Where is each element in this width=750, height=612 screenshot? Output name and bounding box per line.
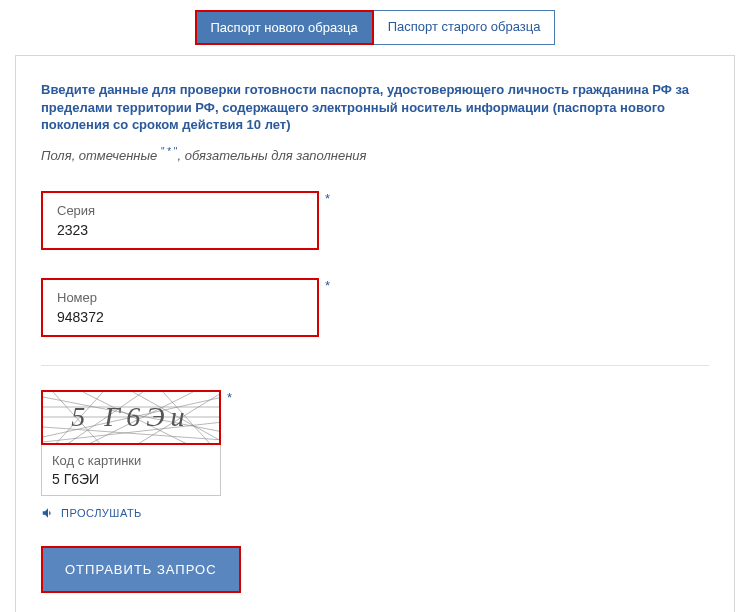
series-input[interactable] <box>57 222 303 238</box>
number-field[interactable]: Номер <box>41 278 319 337</box>
intro-text: Введите данные для проверки готовности п… <box>41 81 709 134</box>
required-star-icon: " * " <box>161 146 178 157</box>
number-input[interactable] <box>57 309 303 325</box>
sound-icon <box>41 506 55 520</box>
number-label: Номер <box>57 290 303 305</box>
series-field-wrap: Серия * <box>41 191 709 250</box>
number-required-star: * <box>325 278 330 293</box>
number-field-wrap: Номер * <box>41 278 709 337</box>
captcha-label: Код с картинки <box>52 453 210 468</box>
series-required-star: * <box>325 191 330 206</box>
required-note: Поля, отмеченные " * ", обязательны для … <box>41 146 709 163</box>
form-panel: Введите данные для проверки готовности п… <box>15 55 735 612</box>
tab-old-passport[interactable]: Паспорт старого образца <box>374 10 556 45</box>
tab-new-passport[interactable]: Паспорт нового образца <box>195 10 374 45</box>
separator <box>41 365 709 366</box>
submit-button[interactable]: ОТПРАВИТЬ ЗАПРОС <box>41 546 241 593</box>
captcha-required-star: * <box>227 390 232 405</box>
captcha-block: 5 Г6Эи * Код с картинки ПРОСЛУШАТЬ <box>41 390 709 520</box>
captcha-field[interactable]: Код с картинки <box>41 445 221 496</box>
tabs: Паспорт нового образца Паспорт старого о… <box>0 10 750 45</box>
required-note-post: , обязательны для заполнения <box>177 148 366 163</box>
series-field[interactable]: Серия <box>41 191 319 250</box>
captcha-image: 5 Г6Эи <box>41 390 221 445</box>
captcha-image-text: 5 Г6Эи <box>43 392 219 443</box>
series-label: Серия <box>57 203 303 218</box>
captcha-listen-label: ПРОСЛУШАТЬ <box>61 507 142 519</box>
captcha-listen-link[interactable]: ПРОСЛУШАТЬ <box>41 506 709 520</box>
submit-wrap: ОТПРАВИТЬ ЗАПРОС <box>41 546 709 593</box>
required-note-pre: Поля, отмеченные <box>41 148 161 163</box>
captcha-input[interactable] <box>52 471 210 487</box>
